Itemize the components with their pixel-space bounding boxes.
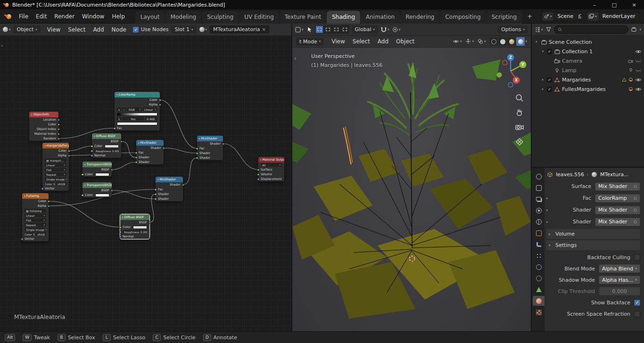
node-row-single-image[interactable]: Single Image▾ xyxy=(22,227,49,232)
node-row-fullaimg[interactable]: ▦FullaImg xyxy=(22,208,49,213)
tab-texture-paint[interactable]: Texture Paint xyxy=(280,11,326,24)
axis-x-neg-ball[interactable] xyxy=(503,60,507,65)
node-collapse-icon[interactable]: ▾ xyxy=(44,144,46,147)
editor-type-outliner-button[interactable]: ▾ xyxy=(535,27,543,33)
node-socket[interactable] xyxy=(120,140,123,143)
grid-floor-icon[interactable] xyxy=(514,137,525,147)
select-mode-new-button[interactable] xyxy=(315,25,323,33)
node-link[interactable] xyxy=(49,201,120,227)
node-link[interactable] xyxy=(112,162,136,170)
node-mix3[interactable]: ▾MixShaderShaderFacShaderShader xyxy=(197,136,223,160)
section-settings[interactable]: ▾Settings xyxy=(546,240,640,250)
node-collapse-icon[interactable]: ▾ xyxy=(260,158,262,161)
node-row-color[interactable]: Color xyxy=(83,172,112,177)
node-fulla[interactable]: ▾FullaImgColorAlpha▦FullaImgLinear▾Flat▾… xyxy=(22,193,49,241)
close-button[interactable]: × xyxy=(624,0,644,9)
stop-index[interactable]: 1 xyxy=(117,117,121,121)
outliner-item-scene-collection[interactable]: ▾Scene Collection xyxy=(532,37,644,47)
add-stop-button[interactable]: + xyxy=(117,107,121,111)
properties-tab-particles[interactable] xyxy=(533,251,545,261)
material-browse-button[interactable]: ▾ xyxy=(199,27,207,32)
outliner-item-margarides[interactable]: ▸✓Margarides xyxy=(532,75,644,84)
node-socket[interactable] xyxy=(135,156,138,159)
checkbox-screen-space-refraction[interactable] xyxy=(634,311,640,317)
tab-uv-editing[interactable]: UV Editing xyxy=(239,11,279,24)
remove-stop-button[interactable]: − xyxy=(122,107,126,111)
dropdown[interactable]: Single Image▾ xyxy=(45,177,66,181)
menu-help[interactable]: Help xyxy=(108,12,128,21)
node-row-all[interactable]: All▾ xyxy=(258,163,284,167)
shader-menu-view[interactable]: View xyxy=(43,25,64,34)
image-selector[interactable]: ▦margaridaflor.pn xyxy=(45,158,66,162)
node-row-flat[interactable]: Flat▾ xyxy=(42,167,69,172)
properties-tab-world[interactable] xyxy=(533,217,545,227)
tab-layout[interactable]: Layout xyxy=(135,11,165,24)
node-socket[interactable] xyxy=(111,189,114,192)
node-socket[interactable] xyxy=(163,147,165,150)
node-socket[interactable] xyxy=(91,155,93,157)
shading-dropdown[interactable]: ▾ xyxy=(525,40,527,43)
node-link[interactable] xyxy=(183,158,197,185)
disclosure-icon[interactable]: ▾ xyxy=(534,40,539,44)
node-diffuse2[interactable]: ▾Diffuse BSDFBSDFColorRoughness0.000Norm… xyxy=(120,214,149,239)
properties-tab-constraints[interactable] xyxy=(533,273,545,283)
tab-sculpting[interactable]: Sculpting xyxy=(202,11,239,24)
editor-type-button[interactable]: ▾ xyxy=(3,27,11,32)
node-link-button-colorramp-1[interactable]: ColorRamp○ xyxy=(595,194,640,203)
dropdown[interactable]: All▾ xyxy=(261,163,282,167)
value-field-clip-threshold[interactable]: 0.000 xyxy=(599,287,640,295)
menu-edit[interactable]: Edit xyxy=(32,12,50,21)
node-tex1[interactable]: ▾margaridaflor.pnColorAlpha▦margaridaflo… xyxy=(42,143,69,191)
node-row-color[interactable]: Color xyxy=(120,225,149,229)
node-link[interactable] xyxy=(164,148,197,153)
section-volume[interactable]: ▸Volume xyxy=(546,229,640,239)
axis-z-neg-ball[interactable] xyxy=(508,82,513,87)
pos-value[interactable]: 0.468 xyxy=(145,117,157,121)
node-link[interactable] xyxy=(160,100,197,148)
node-socket[interactable] xyxy=(182,184,185,187)
color-swatch[interactable] xyxy=(133,226,147,229)
node-collapse-icon[interactable]: ▾ xyxy=(24,195,25,197)
properties-tab-scene[interactable] xyxy=(533,205,545,215)
region-toggle-icon[interactable]: ‹ xyxy=(294,55,297,62)
disclosure-icon[interactable]: ▾ xyxy=(540,49,545,53)
node-socket[interactable] xyxy=(58,119,60,122)
node-socket[interactable] xyxy=(81,173,84,176)
node-socket[interactable] xyxy=(154,188,157,191)
node-socket[interactable] xyxy=(21,238,24,241)
new-view-layer-button[interactable] xyxy=(639,12,640,21)
eye-open-icon[interactable] xyxy=(635,87,642,92)
select-mode-subtract-button[interactable] xyxy=(332,25,340,33)
select-mode-extend-button[interactable] xyxy=(324,25,332,33)
dropdown-rgb[interactable]: RGB▾ xyxy=(127,107,142,111)
node-socket[interactable] xyxy=(113,127,116,130)
viewport-3d[interactable]: ‹ xyxy=(292,48,531,331)
tab-animation[interactable]: Animation xyxy=(361,11,400,24)
node-link[interactable] xyxy=(121,141,136,157)
camera-view-icon[interactable] xyxy=(514,122,525,132)
node-collapse-icon[interactable]: ▾ xyxy=(138,141,140,144)
breadcrumb-object[interactable]: leaves.556 xyxy=(556,172,584,178)
navigation-gizmo[interactable]: Z Y X xyxy=(493,51,528,89)
node-row-linear[interactable]: Linear▾ xyxy=(42,163,69,167)
properties-tab-physics[interactable] xyxy=(533,262,545,272)
node-link[interactable] xyxy=(223,144,258,170)
pan-hand-icon[interactable] xyxy=(514,107,525,118)
node-colorramp[interactable]: ▾ColorRampColorAlpha+−RGB▾Linear▾1Pos0.4… xyxy=(115,92,160,131)
node-row-repeat[interactable]: Repeat▾ xyxy=(42,172,69,177)
node-socket[interactable] xyxy=(48,205,50,208)
new-collection-button[interactable] xyxy=(631,27,636,32)
node-link[interactable] xyxy=(112,190,156,199)
material-name-field[interactable]: MTexturaAleatoria× xyxy=(210,25,269,33)
properties-tab-view-layer[interactable] xyxy=(533,194,545,204)
disclosure-icon[interactable]: ▸ xyxy=(546,196,552,200)
properties-tab-render[interactable] xyxy=(533,172,545,181)
node-link[interactable] xyxy=(69,146,92,151)
proportional-editing-dropdown[interactable]: ▾ xyxy=(392,27,401,33)
node-socket[interactable] xyxy=(135,161,138,164)
disclosure-icon[interactable]: ▸ xyxy=(540,78,545,82)
node-socket[interactable] xyxy=(119,236,122,238)
node-row-linear[interactable]: Linear▾ xyxy=(22,213,49,218)
node-transparent2[interactable]: ▾TransparentBSDFBSDFColor xyxy=(83,182,112,197)
node-socket[interactable] xyxy=(68,155,71,157)
